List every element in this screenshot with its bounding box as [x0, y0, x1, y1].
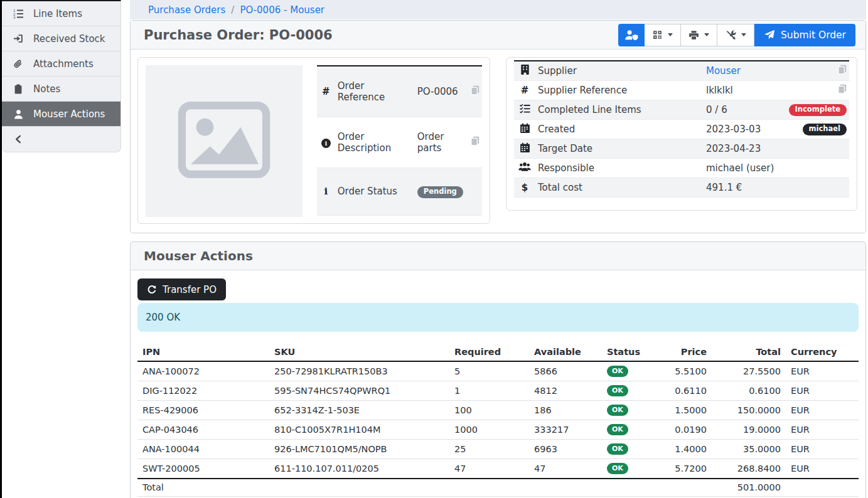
- detail-value: 0 / 6: [706, 104, 727, 115]
- sidebar-item-label: Attachments: [33, 58, 94, 70]
- order-actions-button[interactable]: [717, 24, 754, 46]
- cell-available: 186: [529, 401, 602, 420]
- detail-row: Target Date2023-04-23: [514, 139, 849, 158]
- status-badge: Pending: [417, 186, 463, 198]
- chevron-left-icon: [10, 135, 26, 144]
- cell-available: 5866: [529, 361, 602, 381]
- qrcode-icon: [652, 29, 663, 40]
- breadcrumb-separator: /: [231, 4, 234, 16]
- cell-price: 1.4000: [658, 440, 712, 459]
- status-alert-message: 200 OK: [146, 312, 180, 323]
- sidebar-item-label: Line Items: [33, 8, 82, 19]
- order-details-table: #Order ReferencePO-0006iOrder Descriptio…: [317, 65, 482, 216]
- cell-ipn: SWT-200005: [137, 459, 269, 479]
- printer-icon: [689, 30, 699, 40]
- submit-order-button[interactable]: Submit Order: [754, 24, 855, 46]
- sidebar-collapse-button[interactable]: [2, 127, 121, 152]
- detail-label: Order Status: [335, 167, 415, 215]
- barcode-actions-button[interactable]: [645, 24, 681, 46]
- purchase-order-panel: Purchase Order: PO-0006: [130, 20, 866, 233]
- detail-row: #Supplier Referencelklklkl: [514, 80, 849, 100]
- user-actions-button[interactable]: [618, 24, 645, 46]
- building-icon: [521, 65, 529, 75]
- svg-text:3: 3: [13, 16, 16, 19]
- cell-ipn: CAP-043046: [137, 420, 269, 440]
- copy-icon[interactable]: [838, 84, 847, 94]
- copy-icon[interactable]: [471, 136, 480, 146]
- paperclip-icon: [13, 59, 23, 69]
- image-icon: [177, 102, 271, 181]
- column-header-sku: SKU: [269, 344, 449, 361]
- table-footer-row: Total 501.0000: [137, 479, 859, 497]
- purchase-order-panel-header: Purchase Order: PO-0006: [131, 21, 865, 50]
- mouser-actions-panel-header: Mouser Actions: [131, 242, 865, 270]
- transfer-po-label: Transfer PO: [163, 284, 217, 295]
- cell-currency: EUR: [786, 420, 859, 440]
- sidebar-item-received-stock[interactable]: Received Stock: [2, 26, 121, 51]
- cell-required: 47: [449, 459, 529, 479]
- status-badge: OK: [607, 366, 628, 377]
- footer-total-label: Total: [137, 479, 712, 497]
- cell-total: 27.5500: [712, 361, 786, 381]
- cell-ipn: ANA-100072: [137, 361, 269, 381]
- breadcrumb-link-current-order[interactable]: PO-0006 - Mouser: [240, 4, 324, 16]
- cell-price: 5.5100: [658, 361, 712, 381]
- table-row: RES-429006652-3314Z-1-503E100186OK1.5000…: [137, 401, 859, 420]
- sign-in-icon: [13, 34, 23, 43]
- hashtag-icon: #: [521, 85, 529, 96]
- line-items-table: IPNSKURequiredAvailableStatusPriceTotalC…: [137, 344, 859, 497]
- status-alert: 200 OK: [137, 303, 859, 332]
- users-icon: [518, 162, 531, 171]
- detail-label: Supplier Reference: [535, 80, 704, 100]
- paper-plane-icon: [764, 29, 775, 40]
- cell-currency: EUR: [786, 381, 859, 401]
- column-header-currency: Currency: [786, 344, 859, 361]
- cell-currency: EUR: [786, 361, 859, 381]
- mouser-actions-panel-body: Transfer PO 200 OK IPNSKURequiredAvailab…: [131, 270, 865, 497]
- cell-status: OK: [602, 420, 658, 440]
- cell-required: 5: [449, 361, 529, 381]
- transfer-po-button[interactable]: Transfer PO: [137, 278, 226, 300]
- sidebar-item-attachments[interactable]: Attachments: [2, 51, 121, 77]
- cell-total: 35.0000: [712, 440, 786, 459]
- cell-status: OK: [602, 401, 658, 420]
- table-header-row: IPNSKURequiredAvailableStatusPriceTotalC…: [137, 344, 859, 361]
- cell-sku: 652-3314Z-1-503E: [269, 401, 449, 420]
- cell-status: OK: [602, 459, 658, 479]
- column-header-available: Available: [529, 344, 602, 361]
- column-header-status: Status: [602, 344, 658, 361]
- dollar-icon: $: [522, 182, 528, 193]
- order-image-placeholder[interactable]: [146, 65, 303, 217]
- order-summary-card: #Order ReferencePO-0006iOrder Descriptio…: [137, 57, 490, 224]
- cell-ipn: RES-429006: [137, 401, 269, 420]
- sidebar-item-line-items[interactable]: 123Line Items: [2, 1, 121, 26]
- column-header-total: Total: [712, 344, 786, 361]
- cell-required: 100: [449, 401, 529, 420]
- breadcrumb-link-purchase-orders[interactable]: Purchase Orders: [148, 4, 225, 16]
- status-badge: OK: [607, 385, 628, 396]
- copy-icon[interactable]: [838, 65, 847, 75]
- detail-value: Order parts: [417, 131, 444, 154]
- detail-row: $Total cost491.1 €: [514, 177, 849, 197]
- detail-row: SupplierMouser: [514, 61, 849, 80]
- sidebar-item-label: Notes: [33, 83, 60, 95]
- detail-value[interactable]: Mouser: [706, 65, 741, 77]
- sidebar-item-notes[interactable]: Notes: [2, 77, 121, 102]
- detail-row: Created2023-03-03michael: [514, 119, 849, 139]
- print-actions-button[interactable]: [681, 24, 717, 46]
- copy-icon[interactable]: [471, 85, 480, 95]
- cell-ipn: DIG-112022: [137, 381, 269, 401]
- cell-sku: 926-LMC7101QM5/NOPB: [269, 440, 449, 459]
- table-row: DIG-112022595-SN74HCS74QPWRQ114812OK0.61…: [137, 381, 859, 401]
- cell-price: 0.6110: [658, 381, 712, 401]
- sidebar-item-mouser-actions[interactable]: Mouser Actions: [2, 102, 121, 127]
- list-check-icon: [520, 103, 530, 114]
- cell-sku: 595-SN74HCS74QPWRQ1: [269, 381, 449, 401]
- cell-sku: 250-72981KLRATR150B3: [269, 361, 449, 381]
- cell-status: OK: [602, 440, 658, 459]
- cell-available: 4812: [529, 381, 602, 401]
- cell-total: 150.0000: [712, 401, 786, 420]
- footer-total-value: 501.0000: [712, 479, 786, 497]
- detail-value: 2023-03-03: [706, 124, 761, 135]
- detail-value: 491.1 €: [706, 182, 742, 193]
